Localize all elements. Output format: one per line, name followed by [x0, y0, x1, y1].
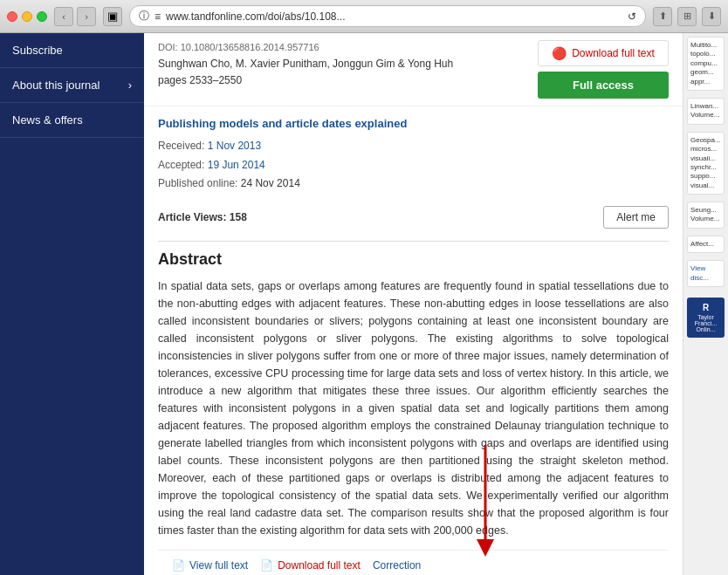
divider-1	[158, 241, 669, 242]
back-button[interactable]: ‹	[54, 7, 73, 26]
sidebar-toggle-button[interactable]: ▣	[103, 7, 122, 26]
authors-text: Sunghwan Cho, M. Xavier Punitham, Jonggu…	[158, 56, 527, 72]
sidebar-item-news[interactable]: News & offers	[0, 103, 144, 138]
about-chevron-icon: ›	[128, 79, 132, 92]
doi-text: DOI: 10.1080/13658816.2014.957716	[158, 40, 527, 56]
browser-chrome: ‹ › ▣ ⓘ ≡ www.tandfonline.com/doi/abs/10…	[0, 0, 728, 33]
sidebar-subscribe-label: Subscribe	[12, 44, 63, 57]
rs-card-5[interactable]: Affect...	[687, 236, 725, 253]
abstract-title: Abstract	[158, 250, 669, 269]
rs-card-4-text: Seung... Volume...	[690, 206, 719, 222]
minimize-button[interactable]	[22, 11, 32, 22]
rs-card-4[interactable]: Seung... Volume...	[687, 202, 725, 229]
bottom-toolbar: 📄 View full text 📄 Download full text Co…	[158, 550, 669, 575]
sidebar-item-subscribe[interactable]: Subscribe	[0, 33, 144, 68]
published-date: 24 Nov 2014	[241, 177, 300, 189]
share-button[interactable]: ⬆	[653, 7, 672, 26]
pdf-icon: 📄	[260, 559, 273, 572]
page-icon: 📄	[172, 559, 185, 572]
received-date: 1 Nov 2013	[208, 140, 261, 152]
browser-actions: ⬆ ⊞ ⬇	[653, 7, 721, 26]
rs-card-3[interactable]: Geospa... micros... visuali... synchr...…	[687, 132, 725, 195]
published-label: Published online:	[158, 177, 237, 189]
full-access-button[interactable]: Full access	[538, 72, 669, 99]
sidebar-icon: ▣	[107, 10, 118, 23]
access-panel: 🔴 Download full text Full access	[538, 40, 669, 99]
sidebar-about-label: About this journal	[12, 79, 100, 92]
traffic-lights	[7, 11, 47, 22]
pdf-download-icon: 🔴	[552, 46, 567, 60]
content-area: DOI: 10.1080/13658816.2014.957716 Sunghw…	[144, 33, 683, 575]
correction-button[interactable]: Correction	[373, 559, 421, 572]
view-full-text-label: View full text	[189, 559, 248, 572]
info-icon: ⓘ	[139, 9, 149, 24]
close-button[interactable]	[7, 11, 17, 22]
bottom-toolbar-container: 📄 View full text 📄 Download full text Co…	[158, 550, 669, 575]
forward-button[interactable]: ›	[77, 7, 96, 26]
download-full-text-button[interactable]: 🔴 Download full text	[538, 40, 669, 66]
accepted-date: 19 Jun 2014	[208, 159, 265, 171]
view-full-text-button[interactable]: 📄 View full text	[172, 559, 248, 572]
address-bar[interactable]: ⓘ ≡ www.tandfonline.com/doi/abs/10.108..…	[129, 5, 646, 27]
sidebar-item-about[interactable]: About this journal ›	[0, 68, 144, 103]
publisher-card: R TaylorFranci...Onlin...	[687, 298, 725, 338]
download-full-text-toolbar-button[interactable]: 📄 Download full text	[260, 559, 361, 572]
rs-card-2[interactable]: Linwan... Volume...	[687, 98, 725, 125]
publishing-models-link[interactable]: Publishing models and article dates expl…	[158, 117, 669, 130]
rs-card-3-text: Geospa... micros... visuali... synchr...…	[690, 136, 721, 189]
article-meta: DOI: 10.1080/13658816.2014.957716 Sunghw…	[158, 40, 527, 99]
maximize-button[interactable]	[37, 11, 47, 22]
view-disc-text: View disc...	[690, 264, 709, 281]
right-sidebar-content: Multito... topolo... compu... geom... ap…	[683, 33, 728, 341]
article-views: Article Views: 158	[158, 211, 247, 223]
rs-card-1[interactable]: Multito... topolo... compu... geom... ap…	[687, 37, 725, 91]
rs-card-2-text: Linwan... Volume...	[690, 102, 719, 119]
main-layout: Subscribe About this journal › News & of…	[0, 33, 728, 575]
accepted-label: Accepted:	[158, 159, 204, 171]
url-text: www.tandfonline.com/doi/abs/10.108...	[166, 10, 622, 23]
correction-label: Correction	[373, 559, 421, 572]
top-section: DOI: 10.1080/13658816.2014.957716 Sunghw…	[144, 33, 683, 106]
dates-section: Received: 1 Nov 2013 Accepted: 19 Jun 20…	[158, 137, 669, 194]
refresh-icon[interactable]: ↺	[628, 10, 636, 23]
view-disc-link[interactable]: View disc...	[687, 260, 725, 287]
article-content-section: Publishing models and article dates expl…	[144, 106, 683, 575]
alert-me-button[interactable]: Alert me	[603, 206, 669, 229]
nav-buttons: ‹ ›	[54, 7, 96, 26]
rs-card-1-text: Multito... topolo... compu... geom... ap…	[690, 41, 718, 86]
download-btn-label: Download full text	[572, 47, 655, 59]
right-sidebar: Multito... topolo... compu... geom... ap…	[683, 33, 728, 575]
download-button[interactable]: ⬇	[702, 7, 721, 26]
received-label: Received:	[158, 140, 204, 152]
sidebar: Subscribe About this journal › News & of…	[0, 33, 144, 575]
sidebar-news-label: News & offers	[12, 113, 83, 127]
menu-icon: ≡	[155, 10, 161, 23]
pages-text: pages 2533–2550	[158, 72, 527, 89]
rs-card-5-text: Affect...	[690, 240, 714, 248]
abstract-text: In spatial data sets, gaps or overlaps a…	[158, 277, 669, 539]
tab-button[interactable]: ⊞	[677, 7, 697, 26]
download-full-text-toolbar-label: Download full text	[278, 559, 361, 572]
